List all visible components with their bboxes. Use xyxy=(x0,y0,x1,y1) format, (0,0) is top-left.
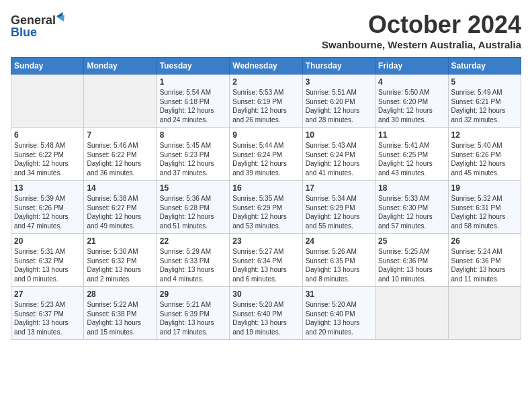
day-detail: Sunrise: 5:29 AM Sunset: 6:33 PM Dayligh… xyxy=(160,247,226,283)
day-number: 4 xyxy=(378,77,445,87)
day-detail: Sunrise: 5:27 AM Sunset: 6:34 PM Dayligh… xyxy=(232,247,299,283)
page-title: October 2024 xyxy=(322,11,521,39)
calendar-week-row: 6Sunrise: 5:48 AM Sunset: 6:22 PM Daylig… xyxy=(11,128,521,181)
weekday-header-row: SundayMondayTuesdayWednesdayThursdayFrid… xyxy=(11,58,521,75)
calendar-cell: 26Sunrise: 5:24 AM Sunset: 6:36 PM Dayli… xyxy=(448,234,521,287)
day-number: 1 xyxy=(160,77,226,87)
logo-icon: General Blue xyxy=(11,11,64,40)
calendar-cell xyxy=(375,287,448,340)
calendar-cell: 21Sunrise: 5:30 AM Sunset: 6:32 PM Dayli… xyxy=(84,234,157,287)
day-detail: Sunrise: 5:44 AM Sunset: 6:24 PM Dayligh… xyxy=(232,141,299,177)
day-detail: Sunrise: 5:38 AM Sunset: 6:27 PM Dayligh… xyxy=(87,194,153,230)
calendar-cell: 20Sunrise: 5:31 AM Sunset: 6:32 PM Dayli… xyxy=(11,234,84,287)
calendar-cell: 8Sunrise: 5:45 AM Sunset: 6:23 PM Daylig… xyxy=(157,128,229,181)
day-number: 21 xyxy=(87,236,153,246)
calendar-cell: 27Sunrise: 5:23 AM Sunset: 6:37 PM Dayli… xyxy=(11,287,84,340)
day-number: 23 xyxy=(232,236,299,246)
day-number: 15 xyxy=(160,183,226,193)
day-detail: Sunrise: 5:26 AM Sunset: 6:35 PM Dayligh… xyxy=(306,247,372,283)
day-detail: Sunrise: 5:21 AM Sunset: 6:39 PM Dayligh… xyxy=(160,300,226,336)
day-detail: Sunrise: 5:53 AM Sunset: 6:19 PM Dayligh… xyxy=(232,88,299,124)
calendar-cell: 7Sunrise: 5:46 AM Sunset: 6:22 PM Daylig… xyxy=(84,128,157,181)
title-block: October 2024 Swanbourne, Western Austral… xyxy=(322,11,521,50)
weekday-header-wednesday: Wednesday xyxy=(230,58,302,75)
day-number: 10 xyxy=(306,130,372,140)
calendar-cell: 29Sunrise: 5:21 AM Sunset: 6:39 PM Dayli… xyxy=(157,287,229,340)
day-number: 13 xyxy=(14,183,81,193)
day-number: 6 xyxy=(14,130,81,140)
page-subtitle: Swanbourne, Western Australia, Australia xyxy=(322,39,521,50)
weekday-header-thursday: Thursday xyxy=(302,58,375,75)
calendar-cell: 13Sunrise: 5:39 AM Sunset: 6:26 PM Dayli… xyxy=(11,181,84,234)
day-detail: Sunrise: 5:31 AM Sunset: 6:32 PM Dayligh… xyxy=(14,247,81,283)
calendar-cell: 15Sunrise: 5:36 AM Sunset: 6:28 PM Dayli… xyxy=(157,181,229,234)
day-detail: Sunrise: 5:48 AM Sunset: 6:22 PM Dayligh… xyxy=(14,141,81,177)
page-header: General Blue October 2024 Swanbourne, We… xyxy=(11,11,521,50)
calendar-week-row: 20Sunrise: 5:31 AM Sunset: 6:32 PM Dayli… xyxy=(11,234,521,287)
day-detail: Sunrise: 5:40 AM Sunset: 6:26 PM Dayligh… xyxy=(451,141,518,177)
calendar-cell: 9Sunrise: 5:44 AM Sunset: 6:24 PM Daylig… xyxy=(230,128,302,181)
day-detail: Sunrise: 5:34 AM Sunset: 6:29 PM Dayligh… xyxy=(306,194,372,230)
day-detail: Sunrise: 5:43 AM Sunset: 6:24 PM Dayligh… xyxy=(306,141,372,177)
calendar-cell: 1Sunrise: 5:54 AM Sunset: 6:18 PM Daylig… xyxy=(157,75,229,128)
day-number: 25 xyxy=(378,236,445,246)
day-number: 18 xyxy=(378,183,445,193)
day-detail: Sunrise: 5:45 AM Sunset: 6:23 PM Dayligh… xyxy=(160,141,226,177)
calendar-cell: 31Sunrise: 5:20 AM Sunset: 6:40 PM Dayli… xyxy=(302,287,375,340)
calendar-table: SundayMondayTuesdayWednesdayThursdayFrid… xyxy=(11,57,521,340)
day-number: 26 xyxy=(451,236,518,246)
calendar-cell: 24Sunrise: 5:26 AM Sunset: 6:35 PM Dayli… xyxy=(302,234,375,287)
calendar-week-row: 1Sunrise: 5:54 AM Sunset: 6:18 PM Daylig… xyxy=(11,75,521,128)
day-number: 5 xyxy=(451,77,518,87)
day-detail: Sunrise: 5:32 AM Sunset: 6:31 PM Dayligh… xyxy=(451,194,518,230)
day-number: 28 xyxy=(87,289,153,299)
calendar-cell: 19Sunrise: 5:32 AM Sunset: 6:31 PM Dayli… xyxy=(448,181,521,234)
calendar-cell: 30Sunrise: 5:20 AM Sunset: 6:40 PM Dayli… xyxy=(230,287,302,340)
calendar-cell xyxy=(84,75,157,128)
day-detail: Sunrise: 5:49 AM Sunset: 6:21 PM Dayligh… xyxy=(451,88,518,124)
calendar-cell: 10Sunrise: 5:43 AM Sunset: 6:24 PM Dayli… xyxy=(302,128,375,181)
calendar-cell xyxy=(448,287,521,340)
day-number: 31 xyxy=(306,289,372,299)
day-number: 8 xyxy=(160,130,226,140)
day-detail: Sunrise: 5:54 AM Sunset: 6:18 PM Dayligh… xyxy=(160,88,226,124)
calendar-cell: 17Sunrise: 5:34 AM Sunset: 6:29 PM Dayli… xyxy=(302,181,375,234)
day-detail: Sunrise: 5:20 AM Sunset: 6:40 PM Dayligh… xyxy=(306,300,372,336)
calendar-cell: 2Sunrise: 5:53 AM Sunset: 6:19 PM Daylig… xyxy=(230,75,302,128)
calendar-cell: 6Sunrise: 5:48 AM Sunset: 6:22 PM Daylig… xyxy=(11,128,84,181)
day-detail: Sunrise: 5:51 AM Sunset: 6:20 PM Dayligh… xyxy=(306,88,372,124)
day-number: 2 xyxy=(232,77,299,87)
day-detail: Sunrise: 5:25 AM Sunset: 6:36 PM Dayligh… xyxy=(378,247,445,283)
day-number: 11 xyxy=(378,130,445,140)
calendar-cell: 16Sunrise: 5:35 AM Sunset: 6:29 PM Dayli… xyxy=(230,181,302,234)
day-detail: Sunrise: 5:22 AM Sunset: 6:38 PM Dayligh… xyxy=(87,300,153,336)
logo: General Blue xyxy=(11,11,64,40)
calendar-cell: 25Sunrise: 5:25 AM Sunset: 6:36 PM Dayli… xyxy=(375,234,448,287)
day-number: 20 xyxy=(14,236,81,246)
day-number: 12 xyxy=(451,130,518,140)
weekday-header-sunday: Sunday xyxy=(11,58,84,75)
day-detail: Sunrise: 5:41 AM Sunset: 6:25 PM Dayligh… xyxy=(378,141,445,177)
day-detail: Sunrise: 5:46 AM Sunset: 6:22 PM Dayligh… xyxy=(87,141,153,177)
day-number: 17 xyxy=(306,183,372,193)
calendar-cell: 11Sunrise: 5:41 AM Sunset: 6:25 PM Dayli… xyxy=(375,128,448,181)
day-number: 19 xyxy=(451,183,518,193)
svg-text:Blue: Blue xyxy=(11,26,37,39)
calendar-cell: 12Sunrise: 5:40 AM Sunset: 6:26 PM Dayli… xyxy=(448,128,521,181)
calendar-cell xyxy=(11,75,84,128)
day-detail: Sunrise: 5:50 AM Sunset: 6:20 PM Dayligh… xyxy=(378,88,445,124)
day-number: 9 xyxy=(232,130,299,140)
day-number: 14 xyxy=(87,183,153,193)
svg-text:General: General xyxy=(11,13,56,27)
day-detail: Sunrise: 5:33 AM Sunset: 6:30 PM Dayligh… xyxy=(378,194,445,230)
day-detail: Sunrise: 5:24 AM Sunset: 6:36 PM Dayligh… xyxy=(451,247,518,283)
day-number: 3 xyxy=(306,77,372,87)
calendar-cell: 23Sunrise: 5:27 AM Sunset: 6:34 PM Dayli… xyxy=(230,234,302,287)
day-detail: Sunrise: 5:36 AM Sunset: 6:28 PM Dayligh… xyxy=(160,194,226,230)
calendar-cell: 28Sunrise: 5:22 AM Sunset: 6:38 PM Dayli… xyxy=(84,287,157,340)
day-number: 7 xyxy=(87,130,153,140)
weekday-header-monday: Monday xyxy=(84,58,157,75)
calendar-cell: 3Sunrise: 5:51 AM Sunset: 6:20 PM Daylig… xyxy=(302,75,375,128)
calendar-cell: 5Sunrise: 5:49 AM Sunset: 6:21 PM Daylig… xyxy=(448,75,521,128)
day-detail: Sunrise: 5:35 AM Sunset: 6:29 PM Dayligh… xyxy=(232,194,299,230)
